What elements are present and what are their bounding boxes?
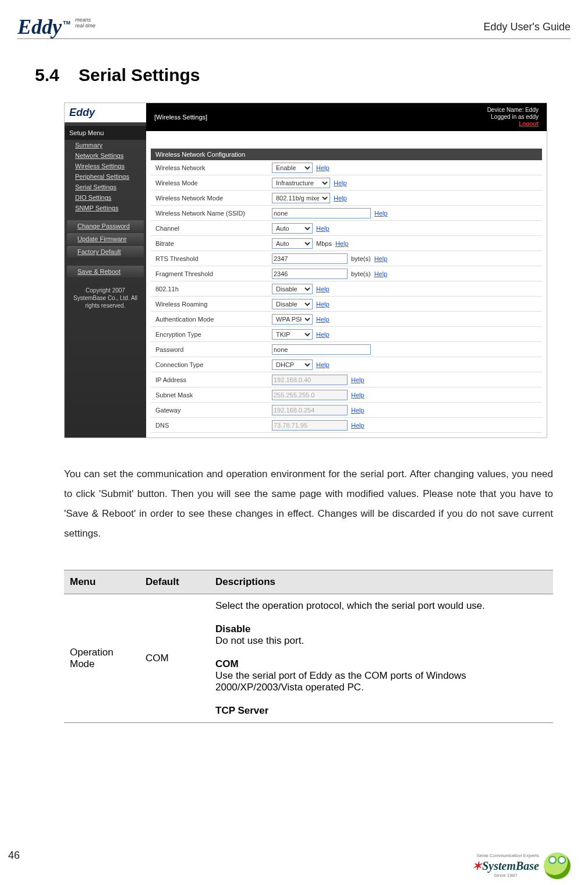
- config-input: [272, 375, 348, 385]
- sidebar-item-serial[interactable]: Serial Settings: [65, 182, 146, 192]
- config-row-control: InfrastructureHelp: [272, 178, 347, 188]
- sidebar-item-network[interactable]: Network Settings: [65, 150, 146, 161]
- help-link[interactable]: Help: [316, 316, 330, 323]
- cell-description: Select the operation protocol, which the…: [210, 594, 553, 723]
- config-row-control: Help: [272, 420, 364, 431]
- help-link[interactable]: Help: [335, 240, 349, 247]
- config-select[interactable]: Auto: [272, 238, 313, 249]
- help-link[interactable]: Help: [316, 361, 330, 368]
- config-row: Password: [151, 342, 542, 357]
- sidebar-item-summary[interactable]: Summary: [65, 140, 146, 150]
- config-row-label: Wireless Roaming: [155, 301, 272, 308]
- help-link[interactable]: Help: [316, 285, 330, 292]
- th-default: Default: [140, 570, 210, 594]
- help-link[interactable]: Help: [316, 301, 330, 308]
- logout-link[interactable]: Logout: [519, 121, 539, 127]
- device-name: Device Name: Eddy: [487, 107, 539, 114]
- sidebar-item-wireless[interactable]: Wireless Settings: [65, 161, 146, 171]
- help-link[interactable]: Help: [374, 270, 388, 277]
- config-row-control: Help: [272, 405, 364, 415]
- config-row-control: byte(s)Help: [272, 269, 387, 279]
- config-input[interactable]: [272, 253, 348, 264]
- config-row: Connection TypeDHCPHelp: [151, 357, 542, 372]
- wireless-settings-screenshot: Eddy Setup Menu Summary Network Settings…: [64, 103, 547, 438]
- help-link[interactable]: Help: [351, 407, 364, 414]
- config-row: Fragment Thresholdbyte(s)Help: [151, 266, 542, 281]
- desc-opt2-title: COM: [215, 658, 547, 670]
- config-select[interactable]: Disable: [272, 284, 313, 294]
- config-row-label: Wireless Network Name (SSID): [155, 210, 272, 217]
- config-row: Encryption TypeTKIPHelp: [151, 327, 542, 342]
- config-row-label: Bitrate: [155, 240, 272, 247]
- config-select[interactable]: WPA PSK: [272, 314, 313, 325]
- help-link[interactable]: Help: [316, 225, 330, 232]
- config-row-label: Wireless Network: [155, 164, 272, 171]
- config-row-label: Authentication Mode: [155, 316, 272, 323]
- sidebar-item-peripheral[interactable]: Peripheral Settings: [65, 171, 146, 182]
- config-row-label: Wireless Network Mode: [155, 195, 272, 202]
- sidebar-item-factory-default[interactable]: Factory Default: [67, 246, 144, 258]
- config-row: Subnet MaskHelp: [151, 387, 542, 403]
- config-input: [272, 405, 348, 415]
- section-heading: 5.4 Serial Settings: [35, 65, 571, 85]
- config-select[interactable]: Auto: [272, 223, 313, 234]
- config-select[interactable]: TKIP: [272, 329, 313, 340]
- help-link[interactable]: Help: [334, 195, 347, 202]
- config-row-control: Help: [272, 208, 388, 218]
- config-select[interactable]: DHCP: [272, 359, 313, 370]
- cell-menu: Operation Mode: [64, 594, 140, 723]
- sidebar-menu-label: Setup Menu: [65, 126, 146, 140]
- config-row: BitrateAutoMbpsHelp: [151, 236, 542, 251]
- sidebar-item-snmp[interactable]: SNMP Settings: [65, 203, 146, 213]
- config-row: Wireless Network Mode802.11b/g mixedHelp: [151, 191, 542, 206]
- config-select[interactable]: Infrastructure: [272, 178, 330, 188]
- config-select[interactable]: Enable: [272, 163, 313, 173]
- config-row-label: Fragment Threshold: [155, 270, 272, 277]
- config-row: Wireless ModeInfrastructureHelp: [151, 175, 542, 191]
- help-link[interactable]: Help: [374, 255, 388, 262]
- help-link[interactable]: Help: [351, 392, 364, 399]
- sidebar-item-change-password[interactable]: Change Password: [67, 220, 144, 232]
- config-select[interactable]: Disable: [272, 299, 313, 309]
- config-row-control: AutoMbpsHelp: [272, 238, 349, 249]
- config-row-label: Connection Type: [155, 361, 272, 368]
- config-row-control: DisableHelp: [272, 299, 330, 309]
- help-link[interactable]: Help: [316, 164, 330, 171]
- desc-intro: Select the operation protocol, which the…: [215, 600, 547, 612]
- sidebar-item-dio[interactable]: DIO Settings: [65, 192, 146, 203]
- config-row-control: WPA PSKHelp: [272, 314, 330, 325]
- config-row-control: DHCPHelp: [272, 359, 330, 370]
- config-row: ChannelAutoHelp: [151, 221, 542, 236]
- sidebar-copyright: Copyright 2007 SystemBase Co., Ltd. All …: [65, 278, 146, 318]
- config-row-label: IP Address: [155, 376, 272, 383]
- sidebar-item-save-reboot[interactable]: Save & Reboot: [67, 266, 144, 277]
- config-row: RTS Thresholdbyte(s)Help: [151, 251, 542, 266]
- help-link[interactable]: Help: [316, 331, 330, 338]
- help-link[interactable]: Help: [374, 210, 388, 217]
- config-unit: byte(s): [351, 270, 371, 277]
- help-link[interactable]: Help: [334, 179, 347, 186]
- config-row-label: Encryption Type: [155, 331, 272, 338]
- config-select[interactable]: 802.11b/g mixed: [272, 193, 330, 203]
- config-row-control: [272, 344, 371, 355]
- config-row: GatewayHelp: [151, 403, 542, 418]
- desc-opt3-title: TCP Server: [215, 705, 547, 717]
- config-input[interactable]: [272, 344, 371, 355]
- config-row: IP AddressHelp: [151, 372, 542, 387]
- section-number: 5.4: [35, 65, 59, 84]
- logged-in-as: Logged in as eddy: [487, 114, 539, 121]
- section-title: Serial Settings: [79, 65, 200, 84]
- config-section-header: Wireless Network Configuration: [151, 149, 542, 160]
- config-row-label: Gateway: [155, 407, 272, 414]
- config-unit: Mbps: [316, 240, 332, 247]
- config-row-label: 802.11h: [155, 285, 272, 292]
- sidebar-item-update-firmware[interactable]: Update Firmware: [67, 233, 144, 245]
- logo-main-text: Eddy: [17, 17, 62, 36]
- th-descriptions: Descriptions: [210, 570, 553, 594]
- config-input[interactable]: [272, 208, 371, 218]
- config-row: Wireless RoamingDisableHelp: [151, 297, 542, 312]
- config-row-label: Password: [155, 346, 272, 353]
- help-link[interactable]: Help: [351, 376, 364, 383]
- help-link[interactable]: Help: [351, 422, 364, 429]
- config-input[interactable]: [272, 269, 348, 279]
